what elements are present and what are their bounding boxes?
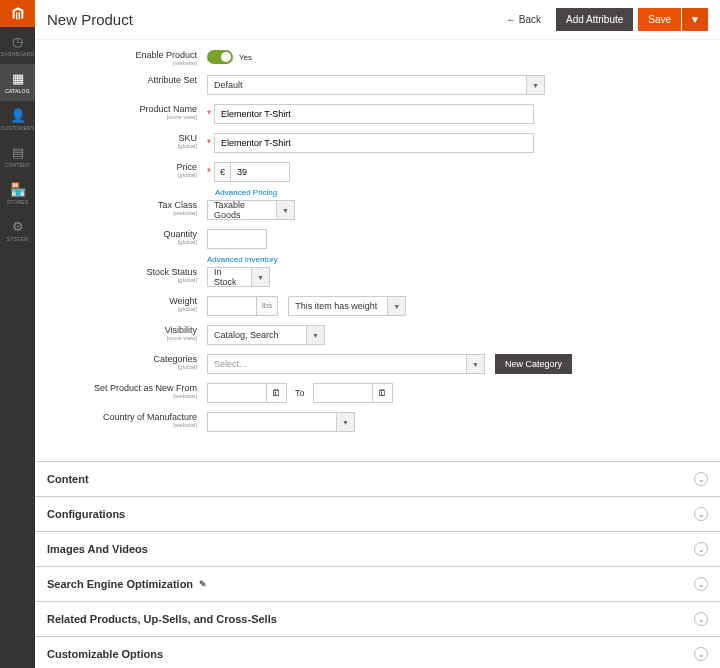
add-attribute-button[interactable]: Add Attribute xyxy=(556,8,633,31)
chevron-down-icon[interactable]: ▼ xyxy=(388,296,406,316)
country-label: Country of Manufacture xyxy=(47,412,197,422)
stock-status-label: Stock Status xyxy=(47,267,197,277)
magento-logo[interactable] xyxy=(0,0,35,27)
sku-input[interactable] xyxy=(214,133,534,153)
categories-select[interactable]: Select... xyxy=(207,354,467,374)
price-label: Price xyxy=(47,162,197,172)
expand-icon: ⌄ xyxy=(694,472,708,486)
customers-icon: 👤 xyxy=(10,108,26,123)
dashboard-icon: ◷ xyxy=(12,34,23,49)
tax-class-label: Tax Class xyxy=(47,200,197,210)
nav-customers[interactable]: 👤CUSTOMERS xyxy=(0,101,35,138)
tax-class-select[interactable]: Taxable Goods xyxy=(207,200,277,220)
section-related[interactable]: Related Products, Up-Sells, and Cross-Se… xyxy=(35,601,720,636)
section-configurations[interactable]: Configurations⌄ xyxy=(35,496,720,531)
save-dropdown-button[interactable]: ▼ xyxy=(682,8,708,31)
new-from-label: Set Product as New From xyxy=(47,383,197,393)
weight-type-select[interactable]: This item has weight xyxy=(288,296,388,316)
visibility-select[interactable]: Catalog, Search xyxy=(207,325,307,345)
expand-icon: ⌄ xyxy=(694,612,708,626)
new-category-button[interactable]: New Category xyxy=(495,354,572,374)
enable-product-toggle[interactable] xyxy=(207,50,233,64)
nav-content[interactable]: ▤CONTENT xyxy=(0,138,35,175)
expand-icon: ⌄ xyxy=(694,507,708,521)
price-input[interactable] xyxy=(230,162,290,182)
nav-catalog[interactable]: ▦CATALOG xyxy=(0,64,35,101)
nav-system[interactable]: ⚙SYSTEM xyxy=(0,212,35,249)
expand-icon: ⌄ xyxy=(694,577,708,591)
visibility-label: Visibility xyxy=(47,325,197,335)
section-content[interactable]: Content⌄ xyxy=(35,461,720,496)
chevron-down-icon[interactable]: ▼ xyxy=(252,267,270,287)
new-from-date-input[interactable] xyxy=(207,383,267,403)
advanced-pricing-link[interactable]: Advanced Pricing xyxy=(215,188,277,197)
nav-stores[interactable]: 🏪STORES xyxy=(0,175,35,212)
section-custom-options[interactable]: Customizable Options⌄ xyxy=(35,636,720,668)
categories-label: Categories xyxy=(47,354,197,364)
quantity-label: Quantity xyxy=(47,229,197,239)
chevron-down-icon[interactable]: ▼ xyxy=(467,354,485,374)
sku-label: SKU xyxy=(47,133,197,143)
catalog-icon: ▦ xyxy=(12,71,24,86)
section-seo[interactable]: Search Engine Optimization✎⌄ xyxy=(35,566,720,601)
product-name-input[interactable] xyxy=(214,104,534,124)
expand-icon: ⌄ xyxy=(694,542,708,556)
attribute-set-select[interactable]: Default xyxy=(207,75,527,95)
nav-dashboard[interactable]: ◷DASHBOARD xyxy=(0,27,35,64)
magento-icon xyxy=(10,6,26,22)
chevron-down-icon[interactable]: ▼ xyxy=(527,75,545,95)
enable-product-label: Enable Product xyxy=(47,50,197,60)
attribute-set-label: Attribute Set xyxy=(47,75,197,85)
quantity-input[interactable] xyxy=(207,229,267,249)
product-name-label: Product Name xyxy=(47,104,197,114)
section-images-videos[interactable]: Images And Videos⌄ xyxy=(35,531,720,566)
pencil-icon: ✎ xyxy=(199,579,207,589)
calendar-icon[interactable]: 🗓 xyxy=(373,383,393,403)
page-title: New Product xyxy=(47,11,496,28)
page-header: New Product ← Back Add Attribute Save ▼ xyxy=(35,0,720,40)
content-icon: ▤ xyxy=(12,145,24,160)
expand-icon: ⌄ xyxy=(694,647,708,661)
collapsible-sections: Content⌄ Configurations⌄ Images And Vide… xyxy=(35,461,720,668)
advanced-inventory-link[interactable]: Advanced Inventory xyxy=(207,255,278,264)
chevron-down-icon[interactable]: ▼ xyxy=(307,325,325,345)
stores-icon: 🏪 xyxy=(10,182,26,197)
new-to-date-input[interactable] xyxy=(313,383,373,403)
admin-sidebar: ◷DASHBOARD ▦CATALOG 👤CUSTOMERS ▤CONTENT … xyxy=(0,0,35,668)
chevron-down-icon[interactable]: ▼ xyxy=(277,200,295,220)
back-button[interactable]: ← Back xyxy=(496,8,551,31)
stock-status-select[interactable]: In Stock xyxy=(207,267,252,287)
product-form: Enable Product[website] Yes Attribute Se… xyxy=(35,40,720,451)
chevron-down-icon[interactable]: ▼ xyxy=(337,412,355,432)
weight-input[interactable] xyxy=(207,296,257,316)
country-select[interactable] xyxy=(207,412,337,432)
save-button[interactable]: Save xyxy=(638,8,681,31)
calendar-icon[interactable]: 🗓 xyxy=(267,383,287,403)
system-icon: ⚙ xyxy=(12,219,24,234)
weight-label: Weight xyxy=(47,296,197,306)
